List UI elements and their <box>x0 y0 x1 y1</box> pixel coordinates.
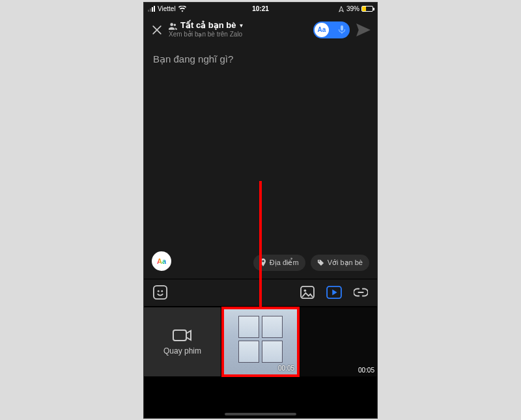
battery-icon <box>361 6 373 12</box>
record-label: Quay phim <box>163 346 201 356</box>
compose-header: Tất cả bạn bè ▼ Xem bởi bạn bè trên Zalo… <box>144 16 377 44</box>
clock: 10:21 <box>252 5 269 12</box>
thumb1-preview <box>238 316 283 363</box>
aa-label: Aa <box>157 257 166 265</box>
svg-rect-2 <box>154 286 167 299</box>
location-chip-label: Địa điểm <box>270 259 299 267</box>
compose-toolbar <box>144 279 377 306</box>
audience-title: Tất cả bạn bè <box>180 21 236 31</box>
composer-placeholder: Bạn đang nghĩ gì? <box>153 53 368 65</box>
text-style-button[interactable]: Aa <box>152 251 171 271</box>
image-icon[interactable] <box>300 286 315 299</box>
carrier-label: Viettel <box>158 5 176 12</box>
wifi-icon <box>178 6 186 12</box>
camera-icon <box>173 328 192 343</box>
toggle-aa-label: Aa <box>318 26 326 33</box>
phone-screen: Viettel 10:21 39% Tất cả bạn bè ▼ Xem bở… <box>143 2 378 419</box>
composer-area[interactable]: Bạn đang nghĩ gì? Aa Địa điểm Với bạn bè <box>144 44 377 279</box>
bottom-spacer <box>144 378 377 384</box>
location-status-icon <box>338 6 345 12</box>
svg-point-3 <box>158 290 160 292</box>
mic-icon <box>338 25 346 35</box>
svg-point-6 <box>304 289 307 292</box>
location-chip[interactable]: Địa điểm <box>253 255 305 271</box>
chevron-down-icon: ▼ <box>238 23 244 29</box>
svg-marker-8 <box>332 289 337 295</box>
thumb1-duration: 00:05 <box>278 365 294 372</box>
video-icon[interactable] <box>326 286 342 299</box>
sticker-icon[interactable] <box>153 285 167 300</box>
thumb2-duration: 00:05 <box>358 367 374 374</box>
video-thumbnail-1[interactable]: 00:05 <box>222 307 299 376</box>
video-thumbnail-2[interactable]: 00:05 <box>300 307 377 376</box>
status-bar: Viettel 10:21 39% <box>144 3 377 16</box>
tag-friends-chip[interactable]: Với bạn bè <box>311 255 369 271</box>
home-indicator <box>225 413 296 415</box>
friends-chip-label: Với bạn bè <box>328 259 363 267</box>
link-icon[interactable] <box>354 288 368 297</box>
svg-point-4 <box>161 290 163 292</box>
media-picker-row: Quay phim 00:05 00:05 <box>144 306 377 378</box>
audience-selector[interactable]: Tất cả bạn bè ▼ Xem bởi bạn bè trên Zalo <box>169 21 244 38</box>
svg-rect-9 <box>173 330 186 341</box>
tag-icon <box>317 259 324 266</box>
record-video-tile[interactable]: Quay phim <box>144 307 221 376</box>
close-icon[interactable] <box>150 23 163 36</box>
people-icon <box>169 22 178 30</box>
signal-icon <box>148 6 155 12</box>
pin-icon <box>260 259 266 266</box>
audience-subtitle: Xem bởi bạn bè trên Zalo <box>169 31 244 38</box>
send-icon[interactable] <box>356 23 371 36</box>
battery-percent: 39% <box>346 5 359 12</box>
text-mode-toggle[interactable]: Aa <box>313 21 350 38</box>
